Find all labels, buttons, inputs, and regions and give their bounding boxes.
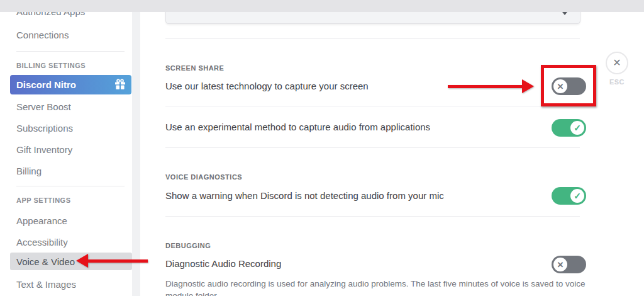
sidebar-item-text-images[interactable]: Text & Images <box>16 279 76 290</box>
arrow-shaft <box>448 85 523 88</box>
sidebar-content-gutter <box>132 0 140 296</box>
sidebar-item-server-boost[interactable]: Server Boost <box>16 101 71 113</box>
toggle-x-icon: ✕ <box>557 261 564 269</box>
setting-label-latest-technology: Use our latest technology to capture you… <box>165 81 369 91</box>
setting-label-mic-warning: Show a warning when Discord is not detec… <box>165 190 444 201</box>
sidebar-item-label: Voice & Video <box>16 256 75 267</box>
toggle-check-icon: ✓ <box>574 191 581 200</box>
toggle-knob: ✓ <box>570 121 584 135</box>
sidebar-item-discord-nitro[interactable]: Discord Nitro <box>10 75 131 94</box>
sidebar-item-appearance[interactable]: Appearance <box>16 215 67 227</box>
diagnostic-recording-help-line2: module folder <box>165 290 217 296</box>
settings-sidebar: Authorized Apps Connections BILLING SETT… <box>0 0 132 296</box>
close-settings-button[interactable]: ✕ <box>606 52 628 74</box>
arrow-shaft <box>87 259 148 263</box>
sidebar-item-label: Discord Nitro <box>16 79 76 90</box>
top-crop-band <box>0 0 644 12</box>
sidebar-item-subscriptions[interactable]: Subscriptions <box>16 123 73 134</box>
sidebar-divider <box>16 186 125 186</box>
arrow-head <box>522 79 534 93</box>
close-icon: ✕ <box>613 58 621 68</box>
sidebar-header-app-settings: APP SETTINGS <box>16 196 70 204</box>
diagnostic-recording-help-line1: Diagnostic audio recording is used for a… <box>165 278 586 290</box>
section-divider <box>165 38 580 39</box>
toggle-knob: ✕ <box>553 258 567 271</box>
section-divider <box>165 147 580 148</box>
toggle-experimental-audio[interactable]: ✓ <box>552 119 586 137</box>
sidebar-item-connections[interactable]: Connections <box>16 30 69 41</box>
sidebar-divider <box>16 51 125 52</box>
toggle-knob: ✓ <box>570 189 584 203</box>
esc-label: ESC <box>606 78 628 86</box>
discord-settings-window: Authorized Apps Connections BILLING SETT… <box>0 0 644 296</box>
sidebar-item-billing[interactable]: Billing <box>16 166 42 177</box>
annotation-red-box <box>541 65 596 106</box>
sidebar-header-billing-settings: BILLING SETTINGS <box>16 62 86 69</box>
section-header-debugging: DEBUGGING <box>165 242 211 249</box>
gift-icon <box>114 79 126 90</box>
toggle-mic-warning[interactable]: ✓ <box>552 187 586 205</box>
sidebar-item-gift-inventory[interactable]: Gift Inventory <box>16 144 72 156</box>
chevron-down-icon <box>562 12 567 15</box>
toggle-check-icon: ✓ <box>574 123 581 132</box>
arrow-head <box>76 254 88 268</box>
sidebar-item-accessibility[interactable]: Accessibility <box>16 237 68 248</box>
toggle-diagnostic-recording[interactable]: ✕ <box>552 256 586 273</box>
section-divider <box>165 216 580 217</box>
setting-label-experimental-audio: Use an experimental method to capture au… <box>165 122 430 132</box>
section-header-screen-share: SCREEN SHARE <box>165 64 224 72</box>
section-header-voice-diagnostics: VOICE DIAGNOSTICS <box>165 173 242 181</box>
setting-label-diagnostic-recording: Diagnostic Audio Recording <box>165 258 281 269</box>
row-divider <box>165 106 580 106</box>
